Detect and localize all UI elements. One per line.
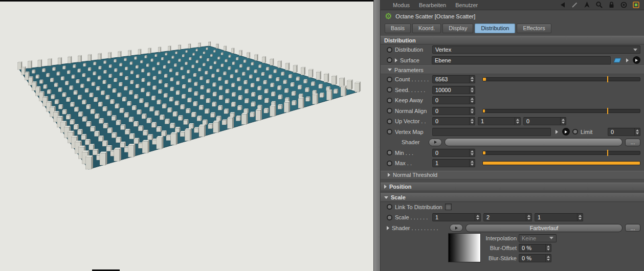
scale-enable-dot[interactable] <box>387 215 392 220</box>
normal-threshold-fold-header[interactable]: Normal Threshold <box>381 171 644 179</box>
normal-align-spinner[interactable] <box>469 107 475 115</box>
vertex-map-field[interactable] <box>432 128 551 136</box>
viewport-3d[interactable] <box>0 0 373 271</box>
vertex-map-enable-dot[interactable] <box>387 129 392 134</box>
blur-strength-field[interactable]: 0 % <box>519 254 551 262</box>
up-vector-x-spinner[interactable] <box>469 118 475 125</box>
max-slider[interactable] <box>482 161 640 165</box>
interpolation-select[interactable]: Keine <box>519 234 557 242</box>
shader-slot[interactable] <box>445 138 623 146</box>
up-vector-y-value: 1 <box>481 118 514 124</box>
seed-enable-dot[interactable] <box>387 87 392 93</box>
menu-benutzer[interactable]: Benutzer <box>455 2 478 8</box>
surface-expand-icon[interactable] <box>395 58 397 62</box>
seed-spinner[interactable] <box>469 86 475 94</box>
scale-shader-menu-button[interactable] <box>450 224 463 232</box>
count-enable-dot[interactable] <box>387 77 392 82</box>
min-slider[interactable] <box>482 151 640 155</box>
min-field[interactable]: 0 <box>432 149 475 157</box>
section-position-header[interactable]: Position <box>381 183 644 191</box>
section-scale-header[interactable]: Scale <box>381 193 644 202</box>
limit-spinner[interactable] <box>634 128 640 136</box>
keep-away-spinner[interactable] <box>469 97 475 104</box>
fold-closed-icon <box>388 173 390 177</box>
tab-distribution[interactable]: Distribution <box>475 24 515 33</box>
max-field[interactable]: 1 <box>432 159 475 167</box>
scale-y-spinner[interactable] <box>526 214 531 221</box>
surface-link-field[interactable]: Ebene <box>432 56 611 64</box>
vertex-map-picker-icon[interactable] <box>562 128 570 136</box>
lock-icon[interactable] <box>608 1 615 9</box>
count-spinner[interactable] <box>469 76 475 83</box>
limit-field[interactable]: 0 <box>608 128 640 136</box>
gradient-preview[interactable] <box>448 233 481 262</box>
blur-offset-field[interactable]: 0 % <box>519 244 551 252</box>
distribution-select[interactable]: Vertex <box>432 46 640 54</box>
search-icon[interactable] <box>595 1 603 9</box>
parameters-fold-header[interactable]: Parameters <box>381 65 644 74</box>
min-enable-dot[interactable] <box>387 150 392 155</box>
menu-bearbeiten[interactable]: Bearbeiten <box>419 2 446 8</box>
scale-y-field[interactable]: 2 <box>483 213 532 221</box>
plane-object-icon <box>613 57 621 63</box>
surface-row: Surface Ebene <box>381 55 644 66</box>
shader-more-button[interactable]: ... <box>625 139 640 146</box>
count-slider[interactable] <box>482 77 640 81</box>
scale-shader-expand-icon[interactable] <box>387 226 389 230</box>
count-field[interactable]: 6563 <box>432 75 475 83</box>
surface-enable-dot[interactable] <box>387 57 392 63</box>
up-vector-z-field[interactable]: 0 <box>523 117 566 125</box>
up-vector-y-field[interactable]: 1 <box>478 117 521 125</box>
up-vector-z-spinner[interactable] <box>560 118 566 125</box>
up-vector-x-field[interactable]: 0 <box>432 117 475 125</box>
scatter-scene[interactable] <box>0 0 373 271</box>
tab-effectors[interactable]: Effectors <box>517 24 551 33</box>
normal-align-enable-dot[interactable] <box>387 108 392 114</box>
up-vector-y-spinner[interactable] <box>515 118 520 125</box>
tab-basis[interactable]: Basis <box>385 24 411 33</box>
tab-koord[interactable]: Koord. <box>412 24 441 33</box>
max-slider-fill <box>483 162 640 165</box>
cursor-arrow-icon[interactable] <box>583 1 591 9</box>
shader-menu-button[interactable] <box>429 139 442 146</box>
object-titlebar: ⚙ Octane Scatter [Octane Scatter] <box>381 10 644 22</box>
keep-away-enable-dot[interactable] <box>387 98 392 103</box>
normal-align-field[interactable]: 0 <box>432 107 475 115</box>
scale-x-field[interactable]: 1 <box>432 213 481 221</box>
blur-offset-spinner[interactable] <box>545 244 551 252</box>
panel-divider[interactable] <box>373 0 381 271</box>
up-vector-label: Up Vector . . <box>395 118 430 124</box>
interpolation-value: Keine <box>522 235 536 241</box>
surface-menu-button[interactable] <box>624 57 630 64</box>
pen-icon[interactable] <box>571 1 579 9</box>
keep-away-field[interactable]: 0 <box>432 96 475 104</box>
layout-icon[interactable] <box>632 1 640 9</box>
scale-z-field[interactable]: 1 <box>535 213 583 221</box>
normal-align-slider-fill <box>483 109 485 112</box>
menu-modus[interactable]: Modus <box>393 2 410 8</box>
distribution-enable-dot[interactable] <box>387 47 392 53</box>
history-back-icon[interactable] <box>559 1 566 9</box>
link-enable-dot[interactable] <box>387 204 392 210</box>
scale-shader-button[interactable]: Farbverlauf <box>465 224 623 232</box>
min-spinner[interactable] <box>469 149 475 156</box>
object-picker-icon[interactable] <box>633 56 640 64</box>
scale-shader-more-button[interactable]: ... <box>625 224 640 232</box>
seed-field[interactable]: 10000 <box>432 86 475 94</box>
target-icon[interactable] <box>620 1 628 9</box>
position-title: Position <box>389 184 411 190</box>
up-vector-enable-dot[interactable] <box>387 119 392 124</box>
scale-shader-value: Farbverlauf <box>530 225 559 231</box>
position-fold-icon <box>384 185 387 189</box>
max-enable-dot[interactable] <box>387 161 392 166</box>
limit-enable-dot[interactable] <box>572 129 578 134</box>
max-spinner[interactable] <box>469 160 475 167</box>
normal-align-slider[interactable] <box>482 109 640 113</box>
vertex-map-menu-button[interactable] <box>553 128 560 136</box>
section-distribution-header[interactable]: Distribution <box>381 36 644 44</box>
scale-x-spinner[interactable] <box>475 214 480 221</box>
link-to-distribution-checkbox[interactable] <box>445 204 452 210</box>
tab-display[interactable]: Display <box>442 24 473 33</box>
scale-z-spinner[interactable] <box>577 214 583 221</box>
blur-strength-spinner[interactable] <box>545 255 551 262</box>
